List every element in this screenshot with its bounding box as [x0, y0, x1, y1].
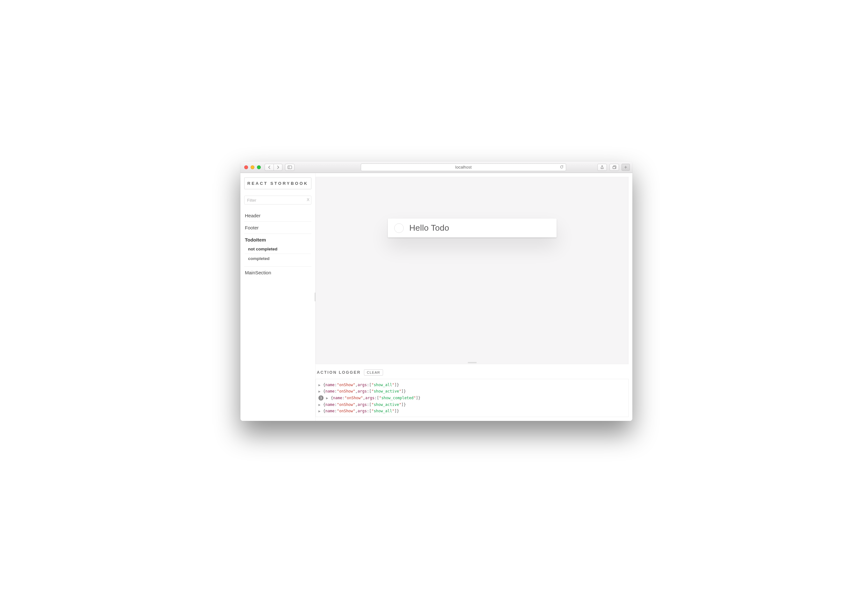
action-log-list: ▶{name:"onShow",args:["show_all"]}▶{name…	[316, 379, 629, 417]
tabs-button[interactable]	[610, 164, 619, 171]
address-bar[interactable]: localhost	[361, 163, 566, 171]
svg-rect-2	[613, 166, 616, 169]
todo-checkbox[interactable]	[394, 223, 404, 233]
action-log-entry[interactable]: ▶{name:"onShow",args:["show_active"]}	[319, 388, 626, 394]
share-button[interactable]	[597, 164, 607, 171]
svg-rect-0	[288, 166, 292, 169]
window-close-button[interactable]	[244, 165, 248, 169]
disclosure-triangle-icon[interactable]: ▶	[326, 396, 328, 400]
log-payload: {name:"onShow",args:["show_active"]}	[323, 389, 406, 394]
component-todoitem[interactable]: TodoItem not completed completed	[244, 234, 311, 267]
address-bar-text: localhost	[455, 165, 472, 170]
disclosure-triangle-icon[interactable]: ▶	[319, 383, 320, 387]
disclosure-triangle-icon[interactable]: ▶	[319, 403, 320, 407]
reload-icon[interactable]	[559, 165, 564, 169]
action-log-entry[interactable]: ▶{name:"onShow",args:["show_all"]}	[319, 408, 626, 414]
forward-button[interactable]	[273, 164, 282, 171]
disclosure-triangle-icon[interactable]: ▶	[319, 409, 320, 413]
brand-title: REACT STORYBOOK	[244, 178, 311, 189]
clear-button[interactable]: CLEAR	[364, 369, 383, 376]
filter-clear-button[interactable]: X	[307, 197, 310, 202]
disclosure-triangle-icon[interactable]: ▶	[319, 389, 320, 394]
log-payload: {name:"onShow",args:["show_all"]}	[323, 409, 399, 413]
component-label: TodoItem	[245, 237, 266, 243]
action-logger-title: ACTION LOGGER	[317, 370, 361, 375]
action-log-entry[interactable]: ▶{name:"onShow",args:["show_all"]}	[319, 382, 626, 388]
storybook-sidebar: REACT STORYBOOK X Header Footer TodoItem…	[241, 173, 316, 421]
component-list: Header Footer TodoItem not completed com…	[244, 210, 311, 278]
log-payload: {name:"onShow",args:["show_completed"]}	[331, 396, 421, 400]
component-mainsection[interactable]: MainSection	[244, 267, 311, 278]
component-header[interactable]: Header	[244, 210, 311, 222]
window-minimize-button[interactable]	[251, 165, 254, 169]
window-traffic-lights	[243, 165, 262, 169]
story-not-completed[interactable]: not completed	[245, 244, 311, 254]
action-log-entry[interactable]: ▶{name:"onShow",args:["show_active"]}	[319, 401, 626, 408]
preview-pane: Hello Todo	[316, 177, 629, 364]
story-completed[interactable]: completed	[245, 254, 311, 263]
window-zoom-button[interactable]	[257, 165, 261, 169]
action-log-entry[interactable]: 3▶{name:"onShow",args:["show_completed"]…	[319, 394, 626, 401]
browser-titlebar: localhost +	[241, 161, 632, 173]
main-panel: Hello Todo ACTION LOGGER CLEAR ▶{name:"o…	[316, 173, 632, 421]
log-count-badge: 3	[319, 395, 323, 401]
log-payload: {name:"onShow",args:["show_all"]}	[323, 383, 399, 387]
new-tab-button[interactable]: +	[621, 164, 630, 171]
story-list: not completed completed	[245, 244, 311, 263]
todo-item-card: Hello Todo	[388, 219, 557, 237]
action-logger: ACTION LOGGER CLEAR ▶{name:"onShow",args…	[316, 366, 629, 417]
component-footer[interactable]: Footer	[244, 222, 311, 234]
safari-window: localhost + REACT STORYBOOK	[241, 161, 632, 421]
app-content: REACT STORYBOOK X Header Footer TodoItem…	[241, 173, 632, 421]
filter-input[interactable]	[244, 195, 311, 204]
log-payload: {name:"onShow",args:["show_active"]}	[323, 403, 406, 407]
resize-handle-horizontal[interactable]	[468, 362, 477, 363]
sidebar-toggle-button[interactable]	[285, 164, 295, 171]
todo-text: Hello Todo	[409, 223, 449, 233]
nav-back-forward	[264, 164, 282, 171]
back-button[interactable]	[264, 164, 273, 171]
